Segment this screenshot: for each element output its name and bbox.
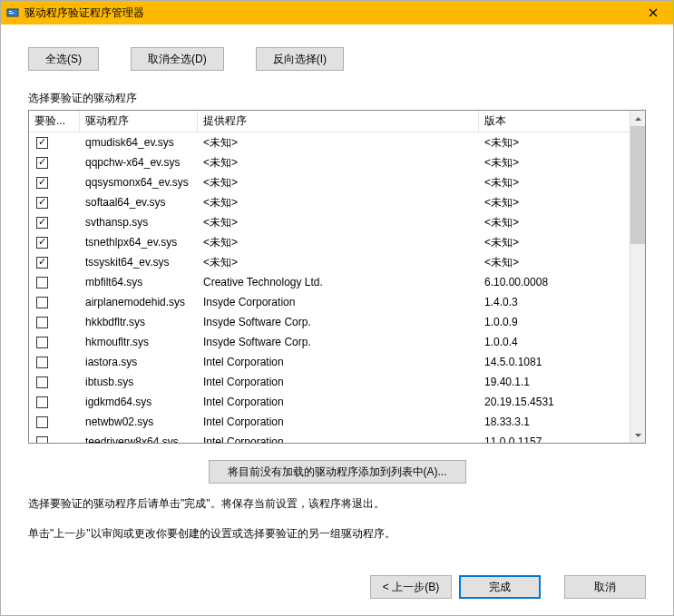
back-button[interactable]: < 上一步(B) — [370, 575, 452, 599]
table-row[interactable]: iastora.sysIntel Corporation14.5.0.1081 — [29, 352, 630, 372]
verify-checkbox[interactable] — [36, 416, 48, 428]
table-row[interactable]: airplanemodehid.sysInsyde Corporation1.4… — [29, 292, 630, 312]
list-header: 要验... 驱动程序 提供程序 版本 — [29, 111, 630, 132]
provider-name: <未知> — [198, 155, 479, 171]
verify-checkbox[interactable] — [36, 237, 48, 249]
table-row[interactable]: netwbw02.sysIntel Corporation18.33.3.1 — [29, 412, 630, 432]
version-text: 14.5.0.1081 — [479, 356, 630, 368]
provider-name: Insyde Corporation — [198, 296, 479, 308]
provider-name: <未知> — [198, 235, 479, 250]
add-unloaded-row: 将目前没有加载的驱动程序添加到列表中(A)... — [28, 460, 646, 484]
table-row[interactable]: svthansp.sys<未知><未知> — [29, 212, 630, 232]
driver-name: airplanemodehid.sys — [80, 296, 198, 308]
version-text: <未知> — [479, 155, 630, 171]
verify-checkbox[interactable] — [36, 337, 48, 348]
verify-checkbox[interactable] — [36, 317, 48, 328]
header-provider[interactable]: 提供程序 — [198, 111, 479, 132]
header-verify[interactable]: 要验... — [29, 111, 80, 132]
driver-list: 要验... 驱动程序 提供程序 版本 qmudisk64_ev.sys<未知><… — [28, 110, 646, 444]
client-area: 全选(S) 取消全选(D) 反向选择(I) 选择要验证的驱动程序 要验... 驱… — [1, 24, 673, 615]
table-row[interactable]: hkkbdfltr.sysInsyde Software Corp.1.0.0.… — [29, 312, 630, 332]
verify-checkbox[interactable] — [36, 137, 48, 149]
version-text: <未知> — [479, 215, 630, 230]
driver-name: qqsysmonx64_ev.sys — [80, 176, 198, 189]
provider-name: <未知> — [198, 135, 479, 151]
deselect-all-button[interactable]: 取消全选(D) — [131, 47, 224, 71]
table-row[interactable]: qqsysmonx64_ev.sys<未知><未知> — [29, 172, 630, 192]
provider-name: Intel Corporation — [198, 376, 479, 388]
provider-name: <未知> — [198, 175, 479, 191]
header-version[interactable]: 版本 — [479, 111, 630, 132]
window-title: 驱动程序验证程序管理器 — [24, 5, 633, 21]
verify-checkbox[interactable] — [36, 396, 48, 408]
add-unloaded-drivers-button[interactable]: 将目前没有加载的驱动程序添加到列表中(A)... — [209, 460, 466, 484]
provider-name: Insyde Software Corp. — [198, 316, 479, 328]
verify-checkbox[interactable] — [36, 297, 48, 308]
window: 驱动程序验证程序管理器 全选(S) 取消全选(D) 反向选择(I) 选择要验证的… — [0, 0, 674, 616]
invert-selection-button[interactable]: 反向选择(I) — [256, 47, 344, 71]
info-text-1: 选择要验证的驱动程序后请单击"完成"。将保存当前设置，该程序将退出。 — [28, 496, 646, 512]
app-icon — [6, 6, 19, 19]
cancel-button[interactable]: 取消 — [564, 575, 646, 599]
table-row[interactable]: tssyskit64_ev.sys<未知><未知> — [29, 252, 630, 272]
driver-name: netwbw02.sys — [80, 416, 198, 428]
header-driver[interactable]: 驱动程序 — [80, 111, 198, 132]
provider-name: <未知> — [198, 215, 479, 230]
provider-name: Intel Corporation — [198, 416, 479, 428]
provider-name: Intel Corporation — [198, 396, 479, 408]
version-text: <未知> — [479, 255, 630, 270]
scroll-up-button[interactable] — [630, 111, 645, 126]
version-text: 19.40.1.1 — [479, 376, 630, 388]
driver-name: svthansp.sys — [80, 216, 198, 229]
driver-name: softaal64_ev.sys — [80, 196, 198, 209]
driver-name: hkmoufltr.sys — [80, 336, 198, 348]
verify-checkbox[interactable] — [36, 157, 48, 169]
table-row[interactable]: ibtusb.sysIntel Corporation19.40.1.1 — [29, 372, 630, 392]
provider-name: Intel Corporation — [198, 435, 479, 443]
verify-checkbox[interactable] — [36, 357, 48, 368]
version-text: 20.19.15.4531 — [479, 396, 630, 408]
version-text: 1.0.0.4 — [479, 336, 630, 348]
svg-rect-2 — [9, 13, 14, 14]
table-row[interactable]: hkmoufltr.sysInsyde Software Corp.1.0.0.… — [29, 332, 630, 352]
driver-name: mbfilt64.sys — [80, 276, 198, 288]
wizard-buttons: < 上一步(B) 完成 取消 — [28, 575, 646, 599]
close-button[interactable] — [633, 1, 673, 24]
version-text: 1.0.0.9 — [479, 316, 630, 328]
provider-name: <未知> — [198, 195, 479, 210]
table-row[interactable]: qmudisk64_ev.sys<未知><未知> — [29, 132, 630, 152]
driver-name: tsnethlpx64_ev.sys — [80, 236, 198, 249]
scroll-track[interactable] — [630, 126, 645, 427]
verify-checkbox[interactable] — [36, 197, 48, 209]
verify-checkbox[interactable] — [36, 257, 48, 269]
driver-name: ibtusb.sys — [80, 376, 198, 388]
table-row[interactable]: qqpchw-x64_ev.sys<未知><未知> — [29, 152, 630, 172]
scroll-thumb[interactable] — [630, 126, 645, 244]
verify-checkbox[interactable] — [36, 277, 48, 288]
info-text-2: 单击"上一步"以审阅或更改你要创建的设置或选择要验证的另一组驱动程序。 — [28, 526, 646, 542]
driver-name: hkkbdfltr.sys — [80, 316, 198, 328]
select-all-button[interactable]: 全选(S) — [28, 47, 99, 71]
group-label: 选择要验证的驱动程序 — [28, 91, 646, 106]
table-row[interactable]: tsnethlpx64_ev.sys<未知><未知> — [29, 232, 630, 252]
finish-button[interactable]: 完成 — [459, 575, 541, 599]
table-row[interactable]: mbfilt64.sysCreative Technology Ltd.6.10… — [29, 272, 630, 292]
verify-checkbox[interactable] — [36, 217, 48, 229]
driver-name: tssyskit64_ev.sys — [80, 256, 198, 269]
table-row[interactable]: softaal64_ev.sys<未知><未知> — [29, 192, 630, 212]
driver-name: iastora.sys — [80, 356, 198, 368]
driver-name: igdkmd64.sys — [80, 396, 198, 408]
list-rows: qmudisk64_ev.sys<未知><未知>qqpchw-x64_ev.sy… — [29, 132, 630, 443]
driver-name: qqpchw-x64_ev.sys — [80, 156, 198, 169]
version-text: <未知> — [479, 235, 630, 250]
scroll-down-button[interactable] — [630, 427, 645, 443]
verify-checkbox[interactable] — [36, 177, 48, 189]
verify-checkbox[interactable] — [36, 376, 48, 388]
svg-rect-1 — [9, 11, 12, 12]
provider-name: Creative Technology Ltd. — [198, 276, 479, 288]
version-text: 11.0.0.1157 — [479, 435, 630, 443]
table-row[interactable]: igdkmd64.sysIntel Corporation20.19.15.45… — [29, 392, 630, 412]
table-row[interactable]: teedriverw8x64.sysIntel Corporation11.0.… — [29, 432, 630, 443]
scrollbar[interactable] — [630, 111, 645, 443]
verify-checkbox[interactable] — [36, 436, 48, 444]
